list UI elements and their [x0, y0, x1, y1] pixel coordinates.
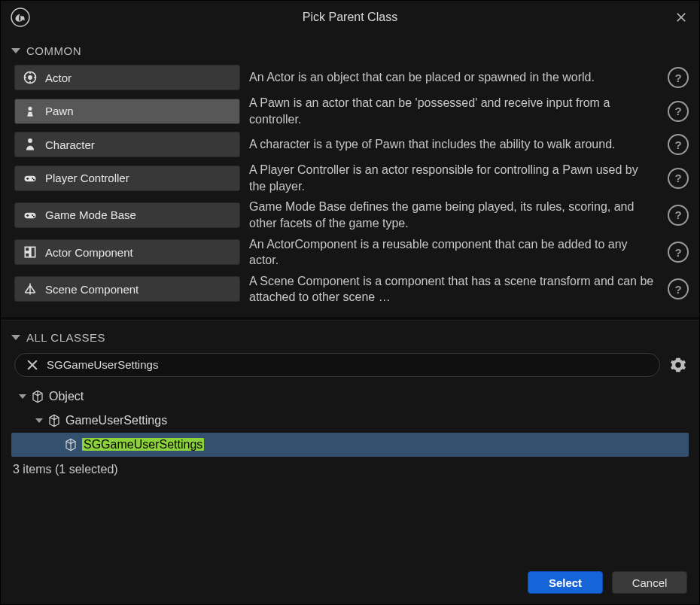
svg-point-14	[33, 216, 35, 217]
character-icon	[23, 137, 38, 152]
button-bar: Select Cancel	[1, 564, 699, 604]
common-class-row: Game Mode BaseGame Mode Base defines the…	[14, 199, 689, 231]
class-button-actor-component[interactable]: Actor Component	[14, 239, 240, 265]
pick-parent-class-dialog: Pick Parent Class COMMON ActorAn Actor i…	[0, 0, 700, 605]
class-button-player-controller[interactable]: Player Controller	[14, 166, 240, 191]
svg-rect-10	[25, 213, 36, 219]
svg-point-13	[32, 214, 33, 216]
close-button[interactable]	[672, 8, 690, 26]
class-description: A character is a type of Pawn that inclu…	[249, 136, 659, 153]
class-button-pawn[interactable]: Pawn	[14, 99, 240, 124]
svg-rect-12	[26, 215, 29, 216]
common-class-list: ActorAn Actor is an object that can be p…	[1, 62, 699, 313]
tree-item-object[interactable]: Object	[11, 385, 689, 409]
class-button-game-mode-base[interactable]: Game Mode Base	[14, 202, 240, 228]
class-button-label: Actor	[45, 71, 72, 84]
controller-icon	[23, 208, 38, 223]
tree-item-label: Object	[49, 390, 84, 403]
tree-item-label: GameUserSettings	[65, 414, 167, 427]
settings-button[interactable]	[668, 354, 689, 375]
cube-icon	[64, 438, 78, 451]
svg-point-0	[11, 8, 29, 26]
chevron-down-icon	[11, 335, 20, 340]
svg-rect-7	[26, 178, 29, 179]
unreal-logo-icon	[10, 7, 31, 28]
section-header-all-classes[interactable]: ALL CLASSES	[1, 327, 699, 348]
help-button[interactable]: ?	[668, 205, 689, 226]
common-class-row: PawnA Pawn is an actor that can be 'poss…	[14, 95, 689, 127]
class-button-actor[interactable]: Actor	[14, 65, 240, 90]
svg-point-2	[28, 75, 32, 80]
class-button-character[interactable]: Character	[14, 132, 240, 157]
class-description: An ActorComponent is a reusable componen…	[249, 236, 659, 269]
search-box[interactable]	[14, 353, 660, 377]
class-description: A Player Controller is an actor responsi…	[249, 162, 659, 194]
cube-icon	[47, 414, 61, 427]
class-tree: ObjectGameUserSettingsSGGameUserSettings	[1, 383, 699, 460]
status-text: 3 items (1 selected)	[1, 460, 699, 482]
section-divider	[1, 318, 699, 321]
class-description: A Pawn is an actor that can be 'possesse…	[249, 95, 659, 127]
help-button[interactable]: ?	[668, 168, 689, 189]
help-button[interactable]: ?	[668, 134, 689, 155]
clear-search-icon[interactable]	[26, 358, 39, 372]
class-button-scene-component[interactable]: Scene Component	[14, 276, 240, 302]
section-label: COMMON	[26, 44, 81, 57]
common-class-row: Scene ComponentA Scene Component is a co…	[14, 273, 689, 306]
class-button-label: Game Mode Base	[45, 208, 136, 221]
svg-point-3	[28, 106, 32, 110]
actor-icon	[23, 70, 38, 85]
tree-item-sggameusersettings[interactable]: SGGameUserSettings	[11, 433, 689, 457]
class-button-label: Actor Component	[45, 246, 133, 259]
select-button[interactable]: Select	[528, 571, 603, 594]
class-button-label: Pawn	[45, 105, 74, 117]
common-class-row: CharacterA character is a type of Pawn t…	[14, 132, 689, 157]
common-class-row: Player ControllerA Player Controller is …	[14, 162, 689, 194]
dialog-title: Pick Parent Class	[1, 11, 699, 24]
class-button-label: Player Controller	[45, 172, 129, 184]
help-button[interactable]: ?	[668, 67, 689, 88]
svg-rect-5	[25, 175, 36, 181]
chevron-down-icon[interactable]	[19, 394, 26, 399]
svg-point-8	[32, 178, 33, 179]
section-label: ALL CLASSES	[26, 331, 105, 344]
common-class-row: ActorAn Actor is an object that can be p…	[14, 65, 689, 90]
class-button-label: Scene Component	[45, 283, 138, 296]
tree-item-gameusersettings[interactable]: GameUserSettings	[11, 409, 689, 433]
search-input[interactable]	[47, 358, 649, 371]
class-description: A Scene Component is a component that ha…	[249, 273, 659, 306]
class-description: An Actor is an object that can be placed…	[249, 69, 659, 86]
common-class-row: Actor ComponentAn ActorComponent is a re…	[14, 236, 689, 269]
chevron-down-icon	[11, 48, 20, 53]
svg-point-4	[28, 138, 32, 143]
svg-point-9	[33, 178, 35, 180]
class-button-label: Character	[45, 138, 95, 151]
search-row	[1, 348, 699, 383]
controller-icon	[23, 171, 38, 186]
scene-icon	[23, 281, 38, 296]
help-button[interactable]: ?	[668, 101, 689, 122]
component-icon	[23, 245, 38, 260]
cancel-button[interactable]: Cancel	[612, 571, 687, 594]
chevron-down-icon[interactable]	[35, 418, 43, 423]
tree-item-label: SGGameUserSettings	[82, 438, 204, 451]
help-button[interactable]: ?	[668, 242, 689, 263]
section-header-common[interactable]: COMMON	[1, 40, 699, 62]
pawn-icon	[23, 104, 38, 119]
class-description: Game Mode Base defines the game being pl…	[249, 199, 659, 231]
titlebar: Pick Parent Class	[1, 1, 699, 34]
cube-icon	[31, 390, 44, 403]
help-button[interactable]: ?	[668, 278, 689, 299]
